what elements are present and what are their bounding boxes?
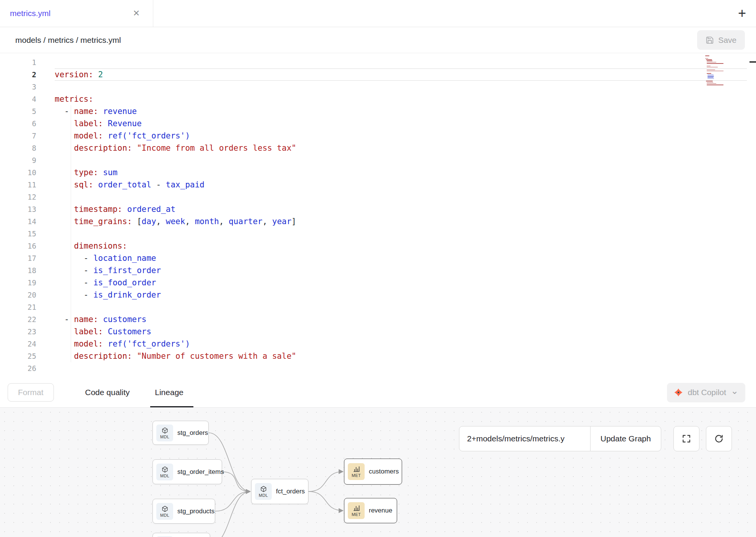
dbt-copilot-button[interactable]: dbt Copilot ⌄ [667,383,745,402]
code-line[interactable]: - location_name [55,252,747,264]
copilot-label: dbt Copilot [688,388,726,397]
tab-code-quality[interactable]: Code quality [84,378,131,407]
cube-icon: MDL [255,483,272,500]
lineage-node-stg_order_items[interactable]: MDLstg_order_items [152,459,222,484]
tab-title: metrics.yml [10,9,131,18]
cube-icon: MDL [156,464,173,480]
code-line[interactable]: - is_food_order [55,277,747,289]
node-label: fct_orders [276,488,305,495]
lineage-node-partial_node[interactable]: MDL [152,533,210,537]
save-label: Save [718,36,737,45]
code-line[interactable]: dimensions: [55,240,747,252]
line-number: 4 [0,93,42,105]
node-kind-badge: MET [352,473,361,478]
new-tab-button[interactable]: + [738,0,746,27]
code-area[interactable]: version: 2metrics: - name: revenue label… [42,53,756,378]
code-line[interactable]: type: sum [55,166,747,179]
code-line[interactable] [55,56,747,68]
line-number: 19 [0,277,42,289]
line-number: 22 [0,313,42,325]
line-number: 26 [0,362,42,374]
lineage-node-fct_orders[interactable]: MDLfct_orders [251,479,308,504]
plus-icon: + [738,5,746,21]
lineage-canvas[interactable]: MDLstg_ordersMDLstg_order_itemsMDLstg_pr… [0,408,756,537]
node-kind-badge: MDL [160,434,169,439]
bar-chart-icon: MET [348,502,365,519]
line-number: 17 [0,252,42,264]
code-line[interactable] [55,301,747,313]
lineage-controls: Update Graph [459,426,732,451]
lineage-node-stg_orders[interactable]: MDLstg_orders [152,421,209,445]
refresh-button[interactable] [706,426,732,451]
cube-icon: MDL [156,425,173,441]
code-line[interactable] [55,191,747,203]
code-line[interactable]: label: Revenue [55,117,747,130]
breadcrumb-bar: models / metrics / metrics.yml Save [0,27,756,53]
lineage-node-stg_products[interactable]: MDLstg_products [152,499,215,524]
code-line[interactable]: metrics: [55,93,747,105]
line-number: 25 [0,350,42,362]
save-button[interactable]: Save [697,30,745,50]
fullscreen-icon [681,434,691,444]
update-graph-button[interactable]: Update Graph [590,426,661,451]
node-kind-badge: MET [352,512,361,517]
code-line[interactable]: timestamp: ordered_at [55,203,747,215]
code-line[interactable]: - name: revenue [55,105,747,117]
refresh-icon [714,434,724,444]
code-line[interactable]: model: ref('fct_orders') [55,130,747,142]
node-kind-badge: MDL [160,513,169,517]
node-label: stg_orders [177,429,208,437]
lineage-node-revenue[interactable]: METrevenue [344,498,397,523]
line-number: 23 [0,325,42,338]
node-label: stg_products [177,508,214,515]
line-number: 1 [0,56,42,68]
code-line[interactable]: - is_drink_order [55,289,747,301]
code-line[interactable]: description: "Income from all orders les… [55,142,747,154]
code-line[interactable] [55,81,747,93]
format-button[interactable]: Format [8,383,54,402]
code-line[interactable] [55,362,747,374]
model-selector-input[interactable] [459,426,591,451]
tab-metrics-yml[interactable]: metrics.yml ✕ [0,0,153,27]
line-number: 10 [0,166,42,179]
lineage-node-customers[interactable]: METcustomers [344,459,402,485]
close-icon[interactable]: ✕ [131,8,141,19]
minimap[interactable] [705,54,724,88]
line-number: 24 [0,338,42,350]
code-line[interactable]: model: ref('fct_orders') [55,338,747,350]
line-number: 8 [0,142,42,154]
indent-guide [71,105,71,362]
scrollbar-annotation[interactable] [750,61,756,63]
fullscreen-button[interactable] [673,426,699,451]
code-line[interactable]: version: 2 [55,68,747,81]
line-number: 11 [0,179,42,191]
node-kind-badge: MDL [160,474,169,478]
code-line[interactable] [55,228,747,240]
code-lines: version: 2metrics: - name: revenue label… [55,56,747,374]
line-number: 21 [0,301,42,313]
line-number: 3 [0,81,42,93]
line-number: 9 [0,154,42,166]
line-number: 13 [0,203,42,215]
code-line[interactable]: label: Customers [55,325,747,338]
code-line[interactable]: sql: order_total - tax_paid [55,179,747,191]
dbt-logo-icon [674,388,683,397]
breadcrumb: models / metrics / metrics.yml [15,36,121,45]
code-line[interactable]: - name: customers [55,313,747,325]
code-line[interactable]: description: "Number of customers with a… [55,350,747,362]
app-window: metrics.yml ✕ + models / metrics / metri… [0,0,756,537]
gutter: 1234567891011121314151617181920212223242… [0,53,42,378]
line-number: 5 [0,105,42,117]
code-editor[interactable]: 1234567891011121314151617181920212223242… [0,53,756,378]
node-kind-badge: MDL [259,493,268,498]
line-number: 7 [0,130,42,142]
code-line[interactable]: time_grains: [day, week, month, quarter,… [55,215,747,228]
node-label: revenue [369,507,392,514]
tab-lineage[interactable]: Lineage [153,378,185,407]
tab-bar: metrics.yml ✕ + [0,0,756,27]
code-line[interactable]: - is_first_order [55,264,747,277]
line-number: 15 [0,228,42,240]
line-number: 16 [0,240,42,252]
save-icon [706,36,714,44]
code-line[interactable] [55,154,747,166]
